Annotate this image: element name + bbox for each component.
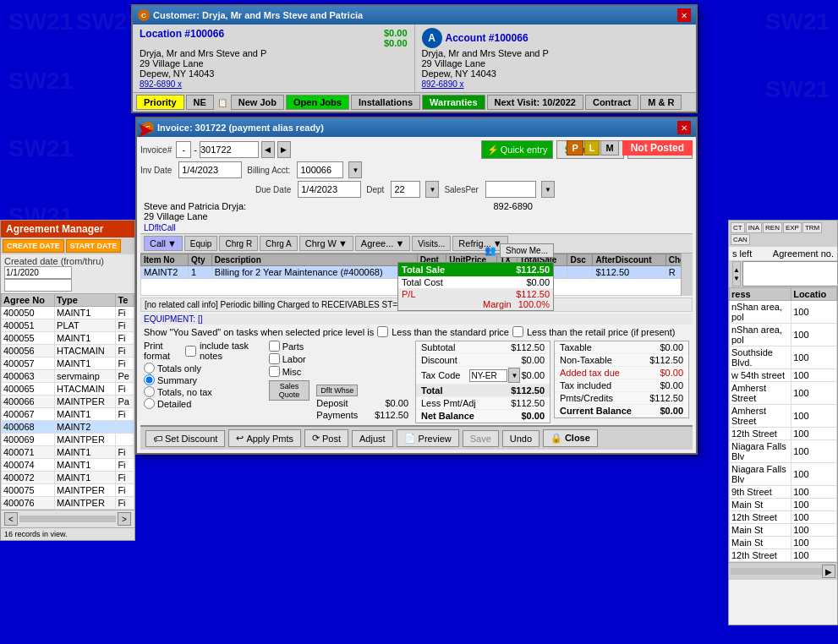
location-phone[interactable]: 892-6890 x (140, 79, 182, 89)
billing-acct-dropdown-btn[interactable]: ▼ (348, 161, 362, 178)
ina-button[interactable]: INA (746, 222, 762, 233)
nav-priority-button[interactable]: Priority (136, 95, 184, 110)
nav-ne-button[interactable]: NE (186, 95, 214, 110)
agreement-table-row[interactable]: 400075MAINTPERFi (2, 484, 134, 497)
undo-button[interactable]: Undo (502, 430, 539, 447)
parts-checkbox[interactable] (269, 341, 280, 352)
nav-contract-button[interactable]: Contract (585, 95, 638, 110)
start-date-button[interactable]: START DATE (66, 239, 122, 253)
adjust-button[interactable]: Adjust (352, 430, 393, 447)
agree-button[interactable]: Agree... ▼ (355, 236, 410, 251)
equip-button[interactable]: Equip (184, 236, 218, 251)
scroll-right-button[interactable]: > (118, 512, 131, 526)
ld-flt-call[interactable]: LDfltCall (140, 222, 693, 233)
btn-p[interactable]: P (567, 140, 583, 156)
right-table-row[interactable]: Main St100 (730, 524, 837, 537)
agreement-table-row[interactable]: 400074MAINT1Fi (2, 459, 134, 472)
agreement-table-row[interactable]: 400057MAINT1Fi (2, 357, 134, 370)
agreement-table-row[interactable]: 400050MAINT1Fi (2, 307, 134, 319)
exp-button[interactable]: EXP (783, 222, 802, 233)
agreement-table-row[interactable]: 400055MAINT1Fi (2, 332, 134, 345)
scroll-left-button[interactable]: < (4, 512, 18, 526)
right-table-row[interactable]: nShan area, pol100 (730, 301, 837, 324)
right-table-row[interactable]: Southside Blvd.100 (730, 347, 837, 369)
right-table-row[interactable]: Niagara Falls Blv100 (730, 463, 837, 486)
invoice-nav-next[interactable]: ▶ (277, 141, 291, 158)
misc-checkbox[interactable] (269, 366, 280, 377)
dept-dropdown-btn[interactable]: ▼ (425, 181, 439, 198)
chrg-a-button[interactable]: Chrg A (260, 236, 298, 251)
agreement-table-row[interactable]: 400065HTACMAINFi (2, 383, 134, 396)
agreement-table-row[interactable]: 400072MAINT1Fi (2, 472, 134, 484)
right-table-row[interactable]: Main St100 (730, 499, 837, 511)
less-standard-checkbox[interactable] (377, 326, 388, 337)
agreement-table-row[interactable]: 400069MAINTPER (2, 434, 134, 446)
close-button[interactable]: 🔒 Close (543, 429, 598, 447)
nav-installations-button[interactable]: Installations (351, 95, 420, 110)
ren-button[interactable]: REN (763, 222, 782, 233)
nav-new-job-button[interactable]: New Job (231, 95, 284, 110)
ct-button[interactable]: CT (731, 222, 745, 233)
right-scroll-button[interactable]: ▶ (822, 565, 835, 578)
right-table-row[interactable]: 12th Street100 (730, 549, 837, 562)
preview-button[interactable]: 📄 Preview (397, 429, 459, 447)
totals-no-tax-radio[interactable] (144, 386, 155, 397)
agreement-table-row[interactable]: 400076MAINTPERFi (2, 497, 134, 510)
agreement-table-row[interactable]: 400066MAINTPERPa (2, 396, 134, 408)
salesper-input[interactable] (485, 181, 536, 198)
customer-close-button[interactable]: ✕ (677, 8, 691, 22)
right-table-row[interactable]: nShan area, pol100 (730, 324, 837, 347)
apply-pmts-button[interactable]: ↩ Apply Pmts (228, 429, 301, 447)
less-retail-checkbox[interactable] (512, 326, 523, 337)
chrg-w-button[interactable]: Chrg W ▼ (299, 236, 353, 251)
right-table-row[interactable]: Amherst Street100 (730, 405, 837, 428)
trm-button[interactable]: TRM (802, 222, 822, 233)
summary-radio[interactable] (144, 374, 155, 385)
btn-m[interactable]: M (600, 140, 618, 156)
invoice-number-input[interactable] (200, 141, 259, 158)
visits-button[interactable]: Visits... (412, 236, 451, 251)
nav-open-jobs-button[interactable]: Open Jobs (286, 95, 349, 110)
agreement-table-row[interactable]: 400068MAINT2 (2, 421, 134, 434)
invoice-prefix-input[interactable] (176, 141, 191, 158)
nav-warranties-button[interactable]: Warranties (422, 95, 485, 110)
include-tasks-checkbox[interactable] (185, 346, 196, 357)
invoice-nav-prev[interactable]: ◀ (261, 141, 275, 158)
post-button[interactable]: ⟳ Post (304, 429, 348, 447)
created-date-from-input[interactable] (4, 266, 72, 279)
account-phone[interactable]: 892-6890 x (422, 79, 464, 89)
created-date-to-input[interactable] (4, 279, 72, 292)
right-table-row[interactable]: w 54th street100 (730, 369, 837, 382)
stepper-up[interactable]: ▲ ▼ (732, 261, 741, 287)
agreement-table-row[interactable]: 400067MAINT1Fi (2, 408, 134, 421)
agreement-table-row[interactable]: 400063servmainpPe (2, 370, 134, 383)
nav-mr-button[interactable]: M & R (640, 95, 682, 110)
chrg-r-button[interactable]: Chrg R (219, 236, 258, 251)
detailed-radio[interactable] (144, 398, 155, 409)
agreement-no-input[interactable] (742, 261, 838, 287)
sales-quote-button[interactable]: Sales Quote (269, 380, 310, 401)
right-table-row[interactable]: 9th Street100 (730, 486, 837, 499)
set-discount-button[interactable]: 🏷 Set Discount (145, 430, 225, 447)
right-table-row[interactable]: Main St100 (730, 537, 837, 549)
nav-next-visit-button[interactable]: Next Visit: 10/2022 (487, 95, 583, 110)
call-tab-button[interactable]: Call ▼ (144, 236, 183, 251)
right-table-row[interactable]: 12th Street100 (730, 428, 837, 440)
right-table-row[interactable]: Amherst Street100 (730, 382, 837, 405)
inv-date-input[interactable] (178, 161, 242, 178)
dflt-whse-button[interactable]: Dflt Whse (316, 385, 358, 396)
btn-l[interactable]: L (584, 140, 600, 156)
agreement-table-row[interactable]: 400056HTACMAINFi (2, 345, 134, 357)
billing-acct-input[interactable] (297, 161, 343, 178)
agreement-table-row[interactable]: 400051PLATFi (2, 319, 134, 332)
tax-code-input[interactable] (469, 369, 507, 382)
save-button[interactable]: Save (463, 430, 499, 447)
due-date-input[interactable] (298, 181, 361, 198)
salesper-dropdown-btn[interactable]: ▼ (541, 181, 555, 198)
can-button[interactable]: CAN (731, 234, 750, 245)
invoice-close-button[interactable]: ✕ (677, 121, 691, 134)
agreement-table-row[interactable]: 400071MAINT1Fi (2, 446, 134, 459)
dept-input[interactable] (391, 181, 420, 198)
labor-checkbox[interactable] (269, 353, 280, 364)
right-table-row[interactable]: Niagara Falls Blv100 (730, 440, 837, 463)
